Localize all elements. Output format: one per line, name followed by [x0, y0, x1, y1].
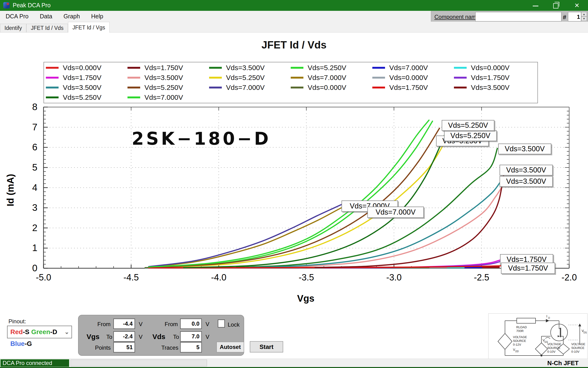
- menu-item-dca-pro[interactable]: DCA Pro: [0, 11, 34, 22]
- device-type-status: N-Ch JFET: [547, 359, 579, 367]
- curve-vds-7-000v: [149, 120, 429, 267]
- chart-plot: -5.0-4.5-4.0-3.5-3.0-2.5-2.0012345678: [0, 32, 588, 359]
- spinner-up-icon[interactable]: ▲: [581, 12, 587, 17]
- svg-text:-5.0: -5.0: [36, 272, 51, 282]
- status-bar: DCA Pro connected N-Ch JFET: [0, 359, 588, 367]
- curve-label[interactable]: Vds=5.250V: [442, 120, 494, 131]
- component-name-label: Component name: [434, 14, 479, 20]
- svg-text:-2.0: -2.0: [561, 272, 577, 282]
- minimize-button[interactable]: [527, 0, 544, 11]
- component-name-input[interactable]: [475, 12, 561, 21]
- curve-label[interactable]: Vds=7.000V: [367, 207, 424, 218]
- svg-text:-4.5: -4.5: [124, 272, 139, 282]
- tab-identify[interactable]: Identify: [0, 24, 26, 32]
- svg-text:1: 1: [32, 243, 37, 253]
- svg-text:-2.5: -2.5: [474, 272, 489, 282]
- svg-text:-3.0: -3.0: [386, 272, 401, 282]
- svg-text:8: 8: [32, 102, 37, 112]
- window-bottom-border: [0, 367, 588, 368]
- title-bar: Peak DCA Pro ✕: [0, 0, 588, 11]
- curve-label[interactable]: Vds=3.500V: [498, 144, 551, 154]
- component-number-value[interactable]: 1: [568, 12, 581, 21]
- restore-button[interactable]: [547, 0, 564, 11]
- svg-text:3: 3: [32, 202, 37, 213]
- svg-text:-3.5: -3.5: [299, 272, 314, 282]
- tab-bar: IdentifyJFET Id / VdsJFET Id / Vgs: [0, 22, 588, 32]
- app-window: Peak DCA Pro ✕ DCA ProDataGraphHelp Comp…: [0, 0, 588, 368]
- curve-label[interactable]: Vds=3.500V: [499, 176, 553, 187]
- svg-text:7: 7: [32, 122, 37, 132]
- svg-text:-4.0: -4.0: [211, 272, 226, 282]
- svg-text:2: 2: [32, 223, 37, 233]
- menu-item-help[interactable]: Help: [86, 11, 109, 22]
- svg-text:6: 6: [32, 142, 37, 152]
- tab-jfet-id-vgs[interactable]: JFET Id / Vgs: [68, 22, 110, 33]
- svg-text:5: 5: [32, 162, 37, 173]
- curve-label[interactable]: Vds=5.250V: [444, 130, 497, 141]
- connection-status: DCA Pro connected: [0, 359, 69, 367]
- graph-page: JFET Id / Vds Vds=0.000VVds=1.750VVds=3.…: [0, 32, 588, 359]
- menu-item-graph[interactable]: Graph: [58, 11, 85, 22]
- window-title: Peak DCA Pro: [13, 2, 51, 9]
- svg-text:0: 0: [32, 263, 37, 273]
- component-number-label: #: [563, 14, 566, 21]
- app-icon: [3, 2, 10, 9]
- spinner-down-icon[interactable]: ▼: [581, 17, 587, 21]
- curve-label[interactable]: Vds=1.750V: [501, 263, 555, 274]
- curve-label[interactable]: Vds=3.500V: [499, 165, 553, 175]
- svg-text:4: 4: [32, 182, 37, 193]
- progress-bar: [71, 359, 207, 366]
- menu-item-data[interactable]: Data: [34, 11, 58, 22]
- component-name-bar: Component name # 1 ▲ ▼: [431, 11, 588, 22]
- close-button[interactable]: ✕: [568, 0, 586, 11]
- tab-jfet-id-vds[interactable]: JFET Id / Vds: [26, 24, 68, 32]
- curve-vds-3-500v: [245, 181, 501, 267]
